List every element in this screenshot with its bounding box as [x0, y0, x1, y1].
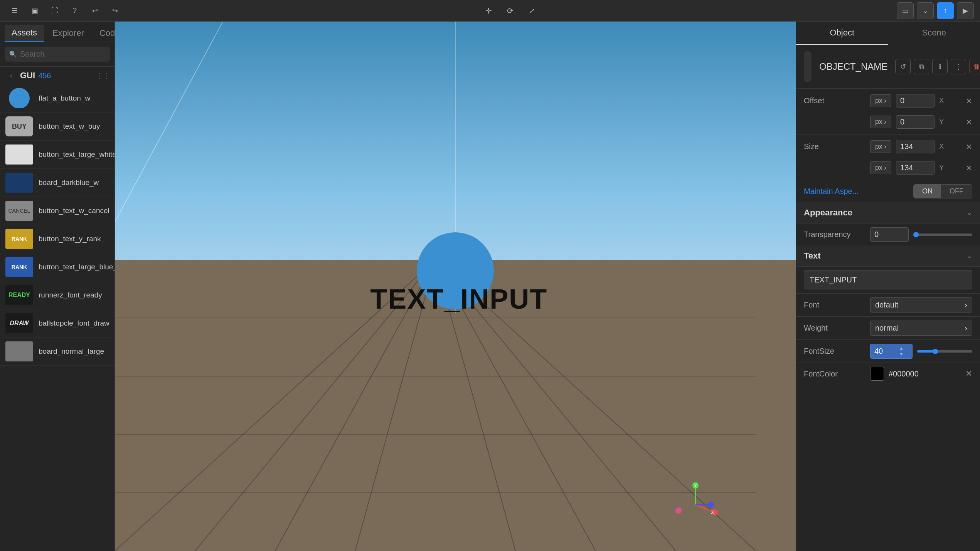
offset-y-unit-button[interactable]: px ›	[870, 116, 891, 128]
size-y-input[interactable]	[896, 161, 935, 175]
layout-button[interactable]: ▣	[26, 2, 43, 19]
upload-button[interactable]: ↑	[937, 2, 954, 19]
redo-button[interactable]: ↪	[106, 2, 123, 19]
maintain-aspect-toggle: ON OFF	[913, 184, 972, 198]
chevron-right-icon: ›	[884, 118, 886, 126]
list-item[interactable]: RANK button_text_y_rank	[0, 225, 115, 253]
list-item[interactable]: RANK button_text_large_blue_rank	[0, 253, 115, 281]
list-item[interactable]: flat_a_button_w	[0, 84, 115, 113]
object-reload-button[interactable]: ↺	[895, 59, 911, 74]
asset-thumbnail: BUY	[5, 116, 33, 136]
chevron-right-icon: ›	[884, 164, 886, 172]
fontcolor-swatch[interactable]	[870, 367, 884, 381]
list-view-button[interactable]: ⋮⋮	[98, 70, 109, 81]
text-section-header[interactable]: Text ⌄	[796, 245, 980, 267]
search-input[interactable]	[20, 50, 105, 59]
list-item[interactable]: BUY button_text_w_buy	[0, 113, 115, 141]
fontsize-down-arrow[interactable]: ▼	[899, 351, 904, 357]
transparency-row: Transparency ▲ ▼	[796, 223, 980, 245]
asset-thumbnail: DRAW	[5, 313, 33, 333]
fontsize-up-arrow[interactable]: ▲	[899, 346, 904, 351]
maintain-off-button[interactable]: OFF	[941, 185, 972, 198]
search-input-wrap: 🔍	[5, 47, 110, 62]
size-x-row: Size px › X ✕	[796, 136, 980, 157]
asset-thumbnail: READY	[5, 285, 33, 305]
list-item[interactable]: READY runnerz_font_ready	[0, 281, 115, 309]
asset-thumbnail	[5, 173, 33, 193]
object-info-button[interactable]: ℹ	[932, 59, 948, 74]
appearance-section-header[interactable]: Appearance ⌄	[796, 202, 980, 223]
list-item[interactable]: button_text_large_white_null	[0, 141, 115, 169]
object-delete-button[interactable]: 🗑	[969, 59, 980, 74]
size-x-input[interactable]	[896, 140, 935, 153]
menu-button[interactable]: ☰	[6, 2, 23, 19]
transparency-input[interactable]	[871, 228, 909, 241]
asset-name: board_darkblue_w	[39, 178, 99, 187]
object-icon-grid	[804, 51, 812, 82]
panel-toggle-button[interactable]: ▭	[897, 2, 914, 19]
size-x-unit-button[interactable]: px ›	[870, 140, 891, 153]
font-value-button[interactable]: default ›	[870, 297, 972, 312]
list-item[interactable]: DRAW ballstopcle_font_draw	[0, 309, 115, 338]
offset-x-unit-button[interactable]: px ›	[870, 94, 891, 107]
asset-thumbnail	[5, 341, 33, 361]
offset-x-close-button[interactable]: ✕	[966, 96, 972, 106]
size-x-close-button[interactable]: ✕	[966, 142, 972, 151]
font-chevron-icon: ›	[965, 301, 967, 309]
weight-value-button[interactable]: normal ›	[870, 321, 972, 336]
svg-line-2	[275, 260, 436, 551]
weight-chevron-icon: ›	[965, 324, 967, 333]
asset-name: runnerz_font_ready	[39, 291, 102, 299]
move-tool-button[interactable]: ✛	[480, 2, 497, 19]
object-copy-button[interactable]: ⧉	[914, 59, 929, 74]
panel-chevron-button[interactable]: ⌄	[917, 2, 934, 19]
left-panel: Assets Explorer Code 🔍 ‹ GUI 456 ⋮⋮ flat…	[0, 22, 115, 551]
scene-tab[interactable]: Scene	[888, 22, 980, 45]
weight-label: Weight	[804, 324, 865, 333]
asset-thumbnail	[5, 88, 33, 108]
maintain-on-button[interactable]: ON	[914, 185, 941, 198]
offset-y-input[interactable]	[896, 115, 935, 129]
fullscreen-button[interactable]: ⛶	[46, 2, 63, 19]
list-item[interactable]: board_darkblue_w	[0, 169, 115, 197]
object-more-button[interactable]: ⋮	[951, 59, 966, 74]
text-section-label: Text	[804, 251, 967, 261]
play-button[interactable]: ▶	[957, 2, 974, 19]
offset-x-input[interactable]	[896, 94, 935, 108]
list-item[interactable]: board_normal_large	[0, 338, 115, 366]
asset-name: flat_a_button_w	[39, 94, 90, 102]
asset-name: button_text_y_rank	[39, 235, 101, 243]
asset-thumbnail	[5, 144, 33, 165]
fontsize-input[interactable]	[871, 344, 897, 358]
assets-tab[interactable]: Assets	[5, 25, 44, 42]
canvas-area[interactable]: TEXT_INPUT X Y	[115, 22, 796, 551]
fontsize-label: FontSize	[804, 347, 865, 356]
expand-button[interactable]: ⤢	[523, 2, 540, 19]
object-tab[interactable]: Object	[796, 22, 888, 45]
toolbar-center: ✛ ⟳ ⤢	[126, 2, 894, 19]
font-value-text: default	[875, 301, 898, 309]
transparency-slider[interactable]	[913, 234, 972, 236]
back-button[interactable]: ‹	[5, 70, 17, 81]
help-button[interactable]: ?	[66, 2, 83, 19]
refresh-button[interactable]: ⟳	[502, 2, 519, 19]
offset-y-close-button[interactable]: ✕	[966, 118, 972, 127]
explorer-tab[interactable]: Explorer	[45, 25, 91, 42]
transparency-label: Transparency	[804, 230, 865, 239]
maintain-aspect-label: Maintain Aspe...	[804, 187, 909, 196]
fontsize-slider-thumb[interactable]	[933, 349, 938, 354]
blue-circle-object[interactable]	[417, 232, 494, 309]
size-y-close-button[interactable]: ✕	[966, 163, 972, 173]
fontcolor-close-button[interactable]: ✕	[965, 369, 972, 379]
list-item[interactable]: CANCEL button_text_w_cancel	[0, 197, 115, 225]
category-header: ‹ GUI 456 ⋮⋮	[0, 67, 115, 84]
fontsize-slider[interactable]	[917, 350, 972, 353]
undo-button[interactable]: ↩	[86, 2, 103, 19]
asset-name: board_normal_large	[39, 347, 104, 356]
chevron-right-icon: ›	[884, 97, 886, 105]
text-content-input[interactable]	[804, 270, 972, 289]
fontsize-input-wrap: ▲ ▼	[870, 344, 913, 359]
size-y-unit-button[interactable]: px ›	[870, 161, 891, 174]
transparency-slider-thumb[interactable]	[913, 232, 919, 237]
size-y-row: px › Y ✕	[796, 157, 980, 178]
